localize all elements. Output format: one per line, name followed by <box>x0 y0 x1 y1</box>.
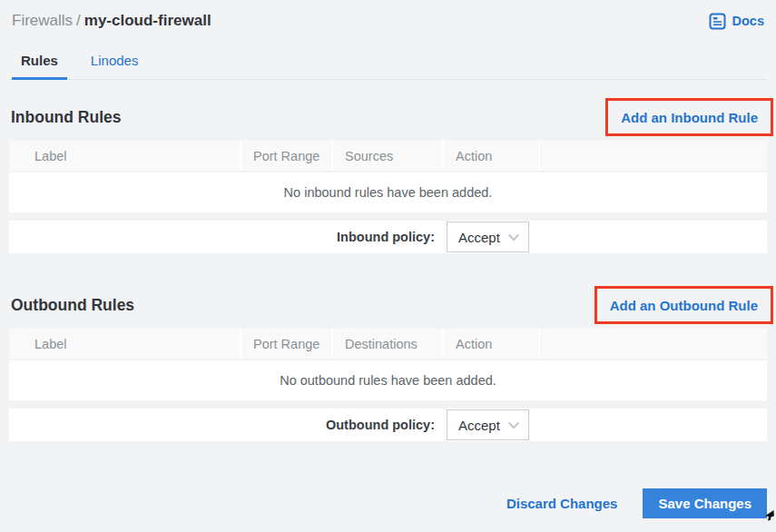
outbound-annotation-highlight: Add an Outbound Rule <box>594 286 773 324</box>
save-changes-button[interactable]: Save Changes <box>643 488 767 518</box>
outbound-policy-select[interactable]: Accept <box>447 409 529 440</box>
outbound-policy-label: Outbound policy: <box>326 418 435 432</box>
tab-linodes[interactable]: Linodes <box>82 45 148 79</box>
outbound-policy-value: Accept <box>458 418 500 433</box>
footer-actions: Discard Changes Save Changes <box>9 488 767 518</box>
inbound-section-header: Inbound Rules Add an Inbound Rule <box>9 98 767 136</box>
inbound-annotation-highlight: Add an Inbound Rule <box>605 98 773 136</box>
outbound-column-label: Label <box>9 329 240 359</box>
breadcrumb-firewalls-link[interactable]: Firewalls <box>12 12 73 29</box>
inbound-rules-title: Inbound Rules <box>9 108 122 127</box>
chevron-down-icon <box>507 421 520 429</box>
outbound-empty-message: No outbound rules have been added. <box>280 373 496 388</box>
outbound-policy-row: Outbound policy: Accept <box>9 409 767 441</box>
inbound-table-header: Label Port Range Sources Action <box>9 141 767 171</box>
mouse-cursor-artifact <box>764 508 774 525</box>
add-outbound-rule-button[interactable]: Add an Outbound Rule <box>610 298 758 313</box>
inbound-column-sources: Sources <box>331 141 442 171</box>
outbound-column-destinations: Destinations <box>331 329 442 359</box>
outbound-section-header: Outbound Rules Add an Outbound Rule <box>9 286 767 324</box>
inbound-empty-message: No inbound rules have been added. <box>284 185 493 200</box>
inbound-policy-label: Inbound policy: <box>337 230 435 244</box>
discard-changes-button[interactable]: Discard Changes <box>506 496 618 511</box>
outbound-column-action: Action <box>442 329 538 359</box>
inbound-policy-row: Inbound policy: Accept <box>9 221 767 253</box>
inbound-policy-select[interactable]: Accept <box>447 222 529 252</box>
breadcrumb: Firewalls/my-cloud-firewall <box>12 12 211 30</box>
inbound-column-label: Label <box>9 141 240 171</box>
chevron-down-icon <box>507 233 520 241</box>
breadcrumb-separator: / <box>73 12 84 29</box>
breadcrumb-current-firewall: my-cloud-firewall <box>84 12 211 29</box>
inbound-column-spacer <box>538 141 767 171</box>
outbound-rules-title: Outbound Rules <box>9 296 134 315</box>
docs-link-label: Docs <box>732 14 764 28</box>
outbound-empty-row: No outbound rules have been added. <box>9 360 767 400</box>
inbound-empty-row: No inbound rules have been added. <box>9 172 767 212</box>
firewall-detail-page: Firewalls/my-cloud-firewall Docs Rules L… <box>0 0 776 518</box>
inbound-column-action: Action <box>442 141 538 171</box>
inbound-policy-value: Accept <box>458 230 500 245</box>
outbound-column-spacer <box>538 329 767 359</box>
docs-link[interactable]: Docs <box>709 13 764 30</box>
tab-rules[interactable]: Rules <box>12 45 67 80</box>
add-inbound-rule-button[interactable]: Add an Inbound Rule <box>621 110 758 125</box>
document-icon <box>709 13 726 30</box>
page-header: Firewalls/my-cloud-firewall Docs <box>9 12 767 30</box>
outbound-column-port-range: Port Range <box>240 329 331 359</box>
inbound-column-port-range: Port Range <box>240 141 331 171</box>
outbound-table-header: Label Port Range Destinations Action <box>9 329 767 359</box>
tab-bar: Rules Linodes <box>9 45 767 80</box>
